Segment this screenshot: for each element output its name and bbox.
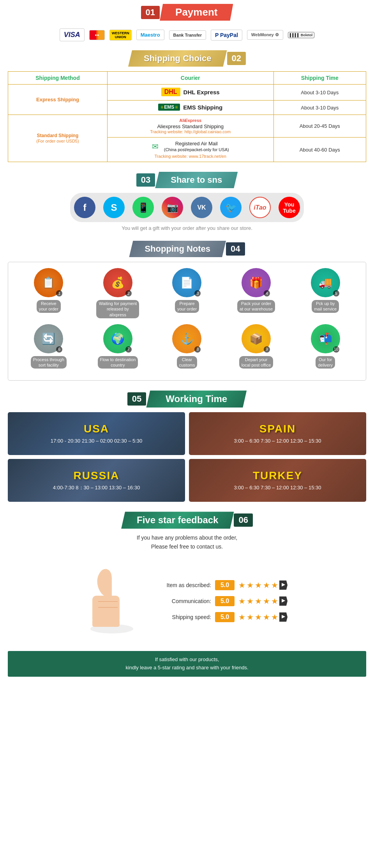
payment-title: Payment (160, 4, 233, 21)
table-row: Standard Shipping(For order over USD5) A… (8, 115, 366, 138)
westernunion-icon: WESTERNUNION (109, 30, 132, 41)
notes-row-2: 🔄 6 Process throughsort facility 🌍 7 Flo… (14, 324, 360, 369)
star: ★ (271, 612, 278, 622)
ems-logo: ≡EMS≡ (158, 104, 180, 111)
russia-card: RUSSIA 4:00-7:30 8：30 – 13:00 13:30 – 16… (8, 459, 185, 502)
star: ★ (255, 596, 262, 606)
star: ★ (238, 580, 245, 590)
notes-header: Shopping Notes 04 (8, 241, 366, 257)
list-item: 💰 2 Waiting for paymentreleased by alixp… (96, 268, 139, 318)
rating-arrow-1: ▶ (279, 580, 288, 590)
dhl-logo-row: DHL DHL Express (112, 88, 269, 96)
step6-label: Process throughsort facility (31, 356, 67, 369)
ali-time: About 20-45 Days (273, 115, 366, 138)
notes-row-1: 📋 1 Receiveyour order 💰 2 Waiting for pa… (14, 268, 360, 318)
star: ★ (271, 596, 278, 606)
banktransfer-icon: Bank Transfer (169, 30, 206, 40)
payment-icons-row: VISA ●● WESTERNUNION Maestro Bank Transf… (8, 25, 366, 44)
step5-circle: 🚚 5 (311, 268, 340, 297)
step8-label: Clearcustoms (177, 356, 198, 369)
step6-num: 6 (56, 346, 62, 353)
ali-tracking: Tracking website: http://global.cainiao.… (112, 129, 269, 134)
rating-score-2: 5.0 (215, 596, 235, 606)
russia-content: RUSSIA 4:00-7:30 8：30 – 13:00 13:30 – 16… (49, 466, 144, 496)
step4-label: Pack your orderat our warehouse (237, 300, 275, 313)
step7-circle: 🌍 7 (103, 324, 132, 353)
step8-num: 8 (194, 346, 201, 353)
step3-num: 3 (194, 290, 201, 296)
step2-circle: 💰 2 (103, 268, 132, 297)
itao-icon[interactable]: iTao (249, 197, 271, 218)
step4-num: 4 (264, 290, 270, 296)
step7-label: Flow to destinationcountry (98, 356, 138, 369)
youtube-icon[interactable]: YouTube (279, 197, 300, 218)
step1-num: 1 (56, 290, 62, 296)
maestro-icon: Maestro (136, 30, 164, 40)
col-time: Shipping Time (273, 72, 366, 85)
working-grid: USA 17:00 - 20:30 21:30 – 02:00 02:30 – … (8, 412, 366, 502)
airmail-name: Registered Air Mail(China post/epacket-o… (164, 141, 229, 152)
dhl-courier-cell: DHL DHL Express (107, 85, 273, 101)
dhl-name: DHL Express (183, 89, 220, 95)
vk-icon[interactable]: VK (191, 197, 212, 218)
ali-logo-row: AliExpress (112, 118, 269, 123)
instagram-icon[interactable]: 📷 (162, 197, 183, 218)
step1-label: Receiveyour order (37, 300, 61, 313)
rating-label-3: Shipping speed: (149, 614, 211, 620)
working-badge: 05 (127, 392, 146, 406)
step1-circle: 📋 1 (34, 268, 63, 297)
step2-num: 2 (125, 290, 132, 296)
spain-hours: 3:00 – 6:30 7:30 – 12:00 12:30 – 15:30 (234, 437, 321, 445)
twitter-icon[interactable]: 🐦 (220, 197, 242, 218)
payment-badge: 01 (141, 6, 160, 19)
rating-row-3: Shipping speed: 5.0 ★ ★ ★ ★ ★ ▶ (149, 612, 288, 622)
star: ★ (255, 612, 262, 622)
share-section: 03 Share to sns f S 📱 📷 VK 🐦 iTao YouTub… (0, 168, 374, 237)
payment-section: 01 Payment VISA ●● WESTERNUNION Maestro … (0, 0, 374, 50)
turkey-hours: 3:00 – 6:30 7:30 – 12:00 12:30 – 15:30 (234, 484, 321, 492)
ems-name: EMS Shipping (183, 104, 222, 111)
express-method-label: Express Shipping (8, 85, 108, 115)
spain-card: SPAIN 3:00 – 6:30 7:30 – 12:00 12:30 – 1… (189, 412, 366, 455)
rating-arrow-3: ▶ (279, 612, 288, 622)
turkey-card: TURKEY 3:00 – 6:30 7:30 – 12:00 12:30 – … (189, 459, 366, 502)
star: ★ (271, 580, 278, 590)
boletol-icon: ▌▌▌▌ Boletol (288, 32, 315, 38)
list-item: 🎁 4 Pack your orderat our warehouse (235, 268, 278, 318)
usa-content: USA 17:00 - 20:30 21:30 – 02:00 02:30 – … (47, 419, 146, 449)
notes-box: 📋 1 Receiveyour order 💰 2 Waiting for pa… (8, 262, 366, 381)
spain-name: SPAIN (234, 423, 321, 435)
step7-num: 7 (125, 346, 132, 353)
step3-label: Prepareyour order (175, 300, 199, 313)
rating-score-3: 5.0 (215, 612, 235, 622)
share-gift-text: You will get a gift with your order afte… (8, 225, 366, 231)
stars-2: ★ ★ ★ ★ ★ ▶ (238, 596, 288, 606)
list-item: 🌍 7 Flow to destinationcountry (96, 324, 139, 369)
rating-label-2: Communication: (149, 598, 211, 604)
facebook-icon[interactable]: f (74, 197, 95, 218)
feedback-header: Five star feedback 06 (8, 512, 366, 529)
ems-logo-row: ≡EMS≡ EMS Shipping (112, 104, 269, 111)
skype-icon[interactable]: S (103, 197, 125, 218)
usa-name: USA (51, 423, 143, 435)
turkey-content: TURKEY 3:00 – 6:30 7:30 – 12:00 12:30 – … (230, 466, 325, 496)
list-item: ⚓ 8 Clearcustoms (166, 324, 208, 369)
star: ★ (255, 580, 262, 590)
rating-score-1: 5.0 (215, 580, 235, 590)
airmail-time: About 40-60 Days (273, 138, 366, 162)
shipping-badge: 02 (227, 52, 246, 65)
turkey-name: TURKEY (234, 469, 321, 482)
list-item: 📦 9 Depart yourlocal post office (235, 324, 278, 369)
table-row: Express Shipping DHL DHL Express About 3… (8, 85, 366, 101)
whatsapp-icon[interactable]: 📱 (132, 197, 154, 218)
step5-label: Pck up bymail service (312, 300, 339, 313)
ali-name: Aliexpress Standard Shipping (112, 123, 269, 129)
star: ★ (263, 612, 270, 622)
rating-row-2: Communication: 5.0 ★ ★ ★ ★ ★ ▶ (149, 596, 288, 606)
star: ★ (247, 612, 254, 622)
share-header: 03 Share to sns (8, 172, 366, 188)
rating-label-1: Item as described: (149, 582, 211, 588)
star: ★ (238, 612, 245, 622)
shipping-section: Shipping Choice 02 Shipping Method Couri… (0, 50, 374, 168)
visa-icon: VISA (60, 28, 85, 41)
